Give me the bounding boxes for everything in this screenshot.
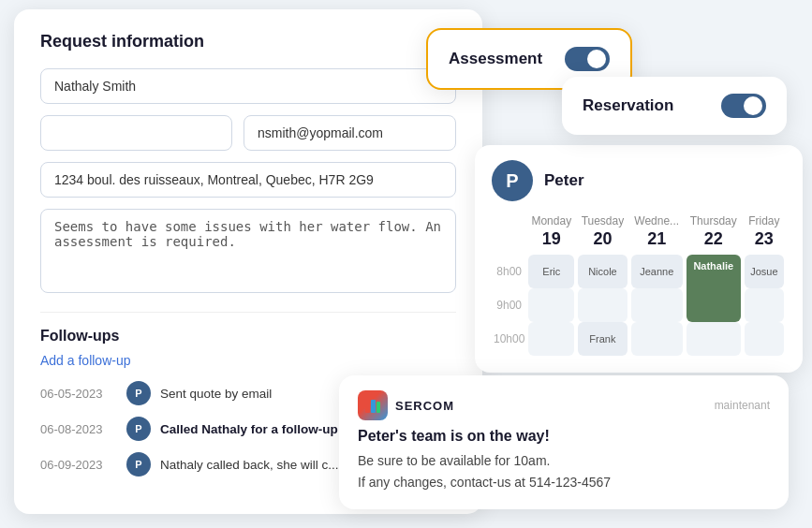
followup-date-3: 06-09-2023: [40, 458, 117, 472]
followup-date-2: 06-08-2023: [40, 422, 117, 436]
calendar-person-name: Peter: [544, 171, 584, 190]
followup-text-1: Sent quote by email: [160, 387, 272, 401]
slot-tue-9: [578, 288, 627, 322]
cal-num-fri: 23: [743, 229, 786, 255]
notif-brand: SERCOM: [358, 390, 454, 420]
cal-day-tue: Tuesday: [576, 214, 628, 229]
slot-fri-10: [745, 322, 784, 356]
notif-time: maintenant: [715, 399, 770, 412]
address-row: [40, 162, 456, 198]
notification-card: SERCOM maintenant Peter's team is on the…: [339, 375, 789, 509]
cal-num-mon: 19: [526, 229, 576, 255]
slot-wed-8: Jeanne: [631, 255, 683, 288]
slot-mon-8: Eric: [528, 255, 574, 288]
cal-num-tue: 20: [576, 229, 628, 255]
svg-rect-1: [371, 400, 376, 413]
notif-logo: [358, 390, 388, 420]
notes-textarea[interactable]: Seems to have some issues with her water…: [40, 209, 456, 293]
email-input[interactable]: [244, 115, 456, 151]
cal-row-10: 10h00 Frank: [492, 322, 786, 356]
followup-text-2: Called Nathaly for a follow-up: [160, 422, 338, 436]
phone-email-row: [40, 115, 456, 151]
slot-tue-8: Nicole: [578, 255, 627, 288]
reservation-card: Reservation: [562, 77, 787, 135]
slot-tue-10: Frank: [578, 322, 627, 356]
followup-avatar-1: P: [126, 381, 151, 405]
reservation-toggle[interactable]: [721, 94, 766, 118]
phone-input[interactable]: [40, 115, 232, 151]
assessment-toggle[interactable]: [565, 47, 610, 71]
add-followup-link[interactable]: Add a follow-up: [40, 353, 131, 368]
notif-title: Peter's team is on the way!: [358, 428, 770, 445]
followup-text-3: Nathaly called back, she will c...: [160, 458, 339, 472]
slot-mon-10: [528, 322, 574, 356]
cal-num-thu: 22: [685, 229, 743, 255]
address-input[interactable]: [40, 162, 456, 198]
slot-thu-10: [687, 322, 741, 356]
name-input[interactable]: [40, 68, 456, 104]
time-10h: 10h00: [492, 322, 526, 356]
calendar-grid: Monday Tuesday Wedne... Thursday Friday …: [492, 214, 786, 356]
notes-row: Seems to have some issues with her water…: [40, 209, 456, 293]
notif-header: SERCOM maintenant: [358, 390, 770, 420]
calendar-avatar: P: [492, 160, 533, 201]
slot-wed-9: [631, 288, 683, 322]
slot-fri-8: Josue: [745, 255, 784, 288]
slot-mon-9: [528, 288, 574, 322]
followups-title: Follow-ups: [40, 328, 456, 345]
reservation-label: Reservation: [583, 96, 673, 115]
svg-rect-0: [365, 403, 370, 413]
slot-fri-9: [745, 288, 784, 322]
cal-day-mon: Monday: [526, 214, 576, 229]
followup-avatar-2: P: [126, 417, 151, 441]
cal-day-thu: Thursday: [685, 214, 743, 229]
cal-num-wed: 21: [629, 229, 685, 255]
time-8h: 8h00: [492, 255, 526, 288]
name-row: [40, 68, 456, 104]
notif-line2: If any changes, contact-us at 514-123-45…: [358, 475, 611, 490]
cal-day-fri: Friday: [743, 214, 786, 229]
svg-rect-2: [376, 402, 380, 413]
cal-row-8: 8h00 Eric Nicole Jeanne Nathalie Josue: [492, 255, 786, 288]
followup-avatar-3: P: [126, 452, 151, 477]
calendar-card: P Peter Monday Tuesday Wedne... Thursday…: [475, 145, 803, 373]
slot-thu-highlight: Nathalie: [687, 255, 741, 322]
notif-line1: Be sure to be available for 10am.: [358, 453, 550, 468]
notif-body: Be sure to be available for 10am. If any…: [358, 450, 770, 492]
cal-row-9: 9h00: [492, 288, 786, 322]
followup-date-1: 06-05-2023: [40, 387, 117, 401]
slot-wed-10: [631, 322, 683, 356]
assessment-label: Assessment: [449, 50, 542, 68]
cal-day-wed: Wedne...: [629, 214, 685, 229]
request-card-title: Request information: [40, 32, 456, 51]
calendar-header: P Peter: [492, 160, 786, 201]
time-9h: 9h00: [492, 288, 526, 322]
sercom-logo-icon: [363, 396, 382, 415]
notif-brand-name: SERCOM: [395, 399, 454, 413]
